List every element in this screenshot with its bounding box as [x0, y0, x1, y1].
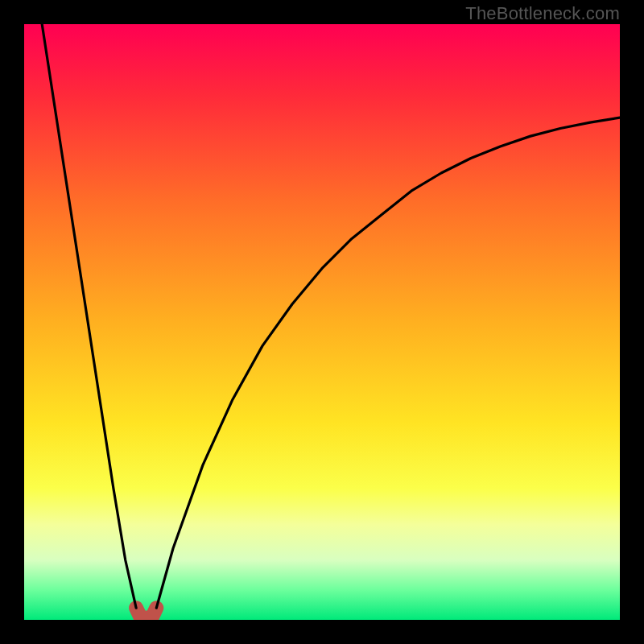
gradient-background [24, 24, 620, 620]
watermark-text: TheBottleneck.com [465, 3, 620, 24]
outer-frame: TheBottleneck.com [0, 0, 644, 644]
chart-svg [24, 24, 620, 620]
plot-area [24, 24, 620, 620]
